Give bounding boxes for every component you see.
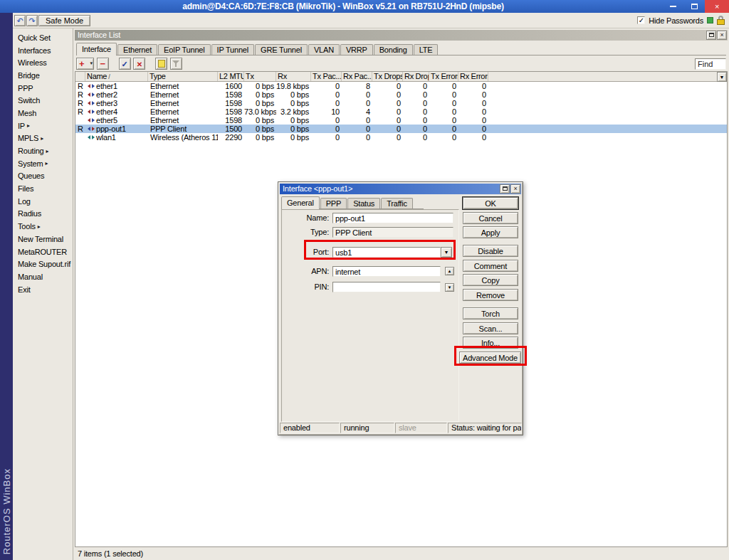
sidebar-item-metarouter[interactable]: MetaROUTER	[13, 245, 73, 258]
cell-rx_drops: 0	[403, 90, 429, 99]
sidebar-item-system[interactable]: System▸	[13, 157, 73, 170]
find-input[interactable]	[695, 58, 726, 70]
port-select[interactable]	[332, 247, 441, 258]
dialog-titlebar[interactable]: Interface <ppp-out1> ×	[280, 184, 521, 194]
disable-button[interactable]: ✕	[133, 58, 145, 70]
sidebar-item-queues[interactable]: Queues	[13, 170, 73, 183]
column-header-rx[interactable]: Rx	[276, 72, 311, 81]
ok-button[interactable]: OK	[463, 197, 518, 209]
remove-button[interactable]: Remove	[463, 289, 518, 301]
comment-button[interactable]: Comment	[463, 260, 518, 272]
safe-mode-button[interactable]: Safe Mode	[38, 15, 90, 26]
apn-input[interactable]	[332, 266, 441, 277]
sidebar-item-mesh[interactable]: Mesh	[13, 107, 73, 120]
tab-bonding[interactable]: Bonding	[374, 44, 413, 55]
name-input[interactable]	[332, 213, 453, 223]
sidebar-item-interfaces[interactable]: Interfaces	[13, 44, 73, 57]
column-header-tx[interactable]: Tx	[244, 72, 276, 81]
dialog-restore-button[interactable]	[500, 184, 510, 194]
sidebar-item-bridge[interactable]: Bridge	[13, 69, 73, 82]
tab-vrrp[interactable]: VRRP	[340, 44, 373, 55]
tab-interface[interactable]: Interface	[76, 43, 117, 55]
tab-ip-tunnel[interactable]: IP Tunnel	[211, 44, 254, 55]
sidebar-item-routing[interactable]: Routing▸	[13, 144, 73, 157]
cancel-button[interactable]: Cancel	[463, 212, 518, 224]
port-dropdown-button[interactable]: ▼	[441, 247, 452, 258]
sidebar-item-quick-set[interactable]: Quick Set	[13, 31, 73, 44]
copy-button[interactable]: Copy	[463, 274, 518, 286]
minimize-button[interactable]	[662, 0, 683, 13]
table-row-ether5[interactable]: ether5Ethernet15980 bps0 bps000000	[75, 116, 727, 125]
dialog-close-button[interactable]: ×	[510, 184, 520, 194]
cell-tx_drops: 0	[372, 125, 403, 133]
column-header-tx-errors[interactable]: Tx Errors	[429, 72, 458, 81]
sidebar-item-manual[interactable]: Manual	[13, 270, 73, 283]
sidebar-item-ppp[interactable]: PPP	[13, 82, 73, 95]
dialog-tab-status[interactable]: Status	[347, 198, 380, 208]
table-row-ether3[interactable]: Rether3Ethernet15980 bps0 bps000000	[75, 99, 727, 107]
column-header-type[interactable]: Type	[148, 72, 218, 81]
restore-window-button[interactable]	[706, 31, 716, 40]
sidebar-item-tools[interactable]: Tools▸	[13, 220, 73, 233]
scroll-down-button[interactable]: ▼	[445, 283, 454, 292]
tab-eoip-tunnel[interactable]: EoIP Tunnel	[158, 44, 211, 55]
cell-l2mtu: 1598	[218, 90, 244, 99]
column-header-rx-drops[interactable]: Rx Drops	[403, 72, 429, 81]
dialog-tab-general[interactable]: General	[281, 196, 320, 208]
add-button[interactable]: +▾	[76, 58, 94, 70]
apply-button[interactable]: Apply	[463, 226, 518, 238]
sidebar-item-new-terminal[interactable]: New Terminal	[13, 233, 73, 245]
info-button[interactable]: Info...	[463, 337, 518, 349]
cell-rx: 19.8 kbps	[276, 82, 311, 90]
app-titlebar[interactable]: admin@D4:CA:6D:7E:F8:CB (MikroTik) - Win…	[0, 0, 729, 13]
tab-vlan[interactable]: VLAN	[308, 44, 340, 55]
column-header-flags[interactable]	[75, 72, 85, 81]
interface-list-titlebar[interactable]: Interface List ×	[75, 30, 728, 41]
close-button[interactable]: ×	[705, 0, 729, 13]
pin-input[interactable]	[332, 282, 441, 292]
column-header-label: Tx	[246, 72, 254, 80]
sidebar-item-switch[interactable]: Switch	[13, 94, 73, 107]
filter-button[interactable]	[170, 58, 182, 70]
enable-button[interactable]: ✓	[119, 58, 131, 70]
sidebar-item-make-supout-rif[interactable]: Make Supout.rif	[13, 258, 73, 270]
sidebar-item-radius[interactable]: Radius	[13, 208, 73, 221]
hide-passwords-checkbox[interactable]: ✓	[637, 16, 645, 24]
dialog-tab-traffic[interactable]: Traffic	[381, 198, 413, 208]
table-row-wlan1[interactable]: wlan1Wireless (Atheros 11N)22900 bps0 bp…	[75, 133, 727, 142]
scroll-up-button[interactable]: ▲	[445, 267, 454, 275]
tab-gre-tunnel[interactable]: GRE Tunnel	[255, 44, 308, 55]
undo-button[interactable]: ↶	[14, 15, 26, 26]
sidebar-item-files[interactable]: Files	[13, 182, 73, 195]
table-row-ppp-out1[interactable]: Rppp-out1PPP Client15000 bps0 bps000000	[75, 125, 727, 133]
column-header-l2-mtu[interactable]: L2 MTU	[218, 72, 244, 81]
table-row-ether4[interactable]: Rether4Ethernet159873.0 kbps3.2 kbps1040…	[75, 107, 727, 116]
sidebar-item-mpls[interactable]: MPLS▸	[13, 132, 73, 145]
torch-button[interactable]: Torch	[463, 307, 518, 319]
dialog-tab-ppp[interactable]: PPP	[320, 198, 347, 208]
sidebar-item-label: IP	[18, 122, 25, 130]
column-header-tx-pac[interactable]: Tx Pac...	[311, 72, 342, 81]
scan-button[interactable]: Scan...	[463, 322, 518, 334]
table-row-ether1[interactable]: Rether1Ethernet16000 bps19.8 kbps080000	[75, 82, 727, 90]
column-header-rx-errors[interactable]: Rx Errors	[458, 72, 488, 81]
sidebar-item-log[interactable]: Log	[13, 195, 73, 208]
remove-button[interactable]: −	[97, 58, 109, 70]
tab-ethernet[interactable]: Ethernet	[117, 44, 157, 55]
cell-tx_drops: 0	[372, 90, 403, 99]
comment-button[interactable]	[155, 58, 167, 70]
column-header-rx-pac[interactable]: Rx Pac...	[342, 72, 372, 81]
redo-button[interactable]: ↷	[26, 15, 38, 26]
column-header-tx-drops[interactable]: Tx Drops	[372, 72, 403, 81]
close-window-button[interactable]: ×	[717, 31, 727, 40]
column-header-name[interactable]: Name/	[85, 72, 148, 81]
column-selector-button[interactable]: ▼	[717, 72, 727, 82]
sidebar-item-ip[interactable]: IP▸	[13, 120, 73, 132]
table-row-ether2[interactable]: Rether2Ethernet15980 bps0 bps000000	[75, 90, 727, 99]
advanced-mode-button[interactable]: Advanced Mode	[459, 352, 521, 364]
maximize-button[interactable]	[683, 0, 705, 13]
sidebar-item-wireless[interactable]: Wireless	[13, 56, 73, 69]
disable-button[interactable]: Disable	[463, 245, 518, 257]
tab-lte[interactable]: LTE	[414, 44, 439, 55]
sidebar-item-exit[interactable]: Exit	[13, 283, 73, 296]
